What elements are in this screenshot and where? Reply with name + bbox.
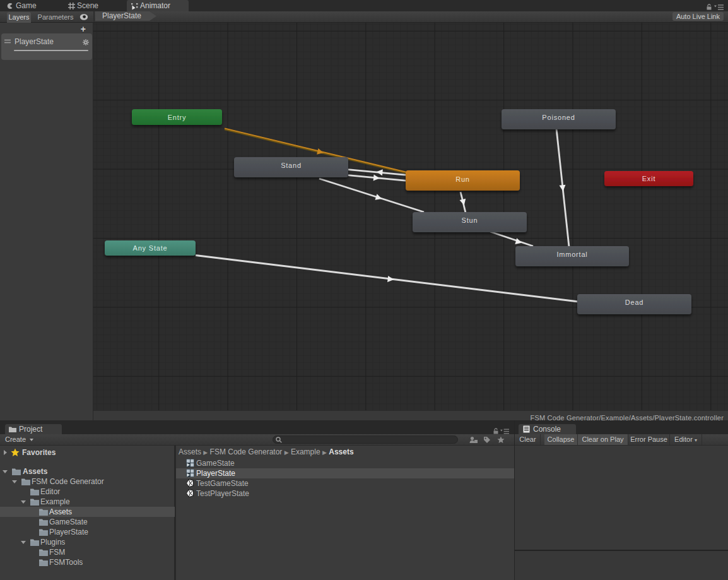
- svg-text:Immortal: Immortal: [556, 251, 587, 258]
- svg-text:Poisoned: Poisoned: [542, 114, 575, 121]
- svg-text:Exit: Exit: [642, 175, 656, 182]
- svg-text:Entry: Entry: [168, 114, 187, 121]
- svg-text:Dead: Dead: [625, 299, 644, 306]
- svg-text:Stand: Stand: [281, 162, 302, 169]
- svg-text:Stun: Stun: [462, 216, 478, 224]
- svg-text:Any State: Any State: [133, 244, 168, 252]
- svg-text:Run: Run: [455, 175, 470, 183]
